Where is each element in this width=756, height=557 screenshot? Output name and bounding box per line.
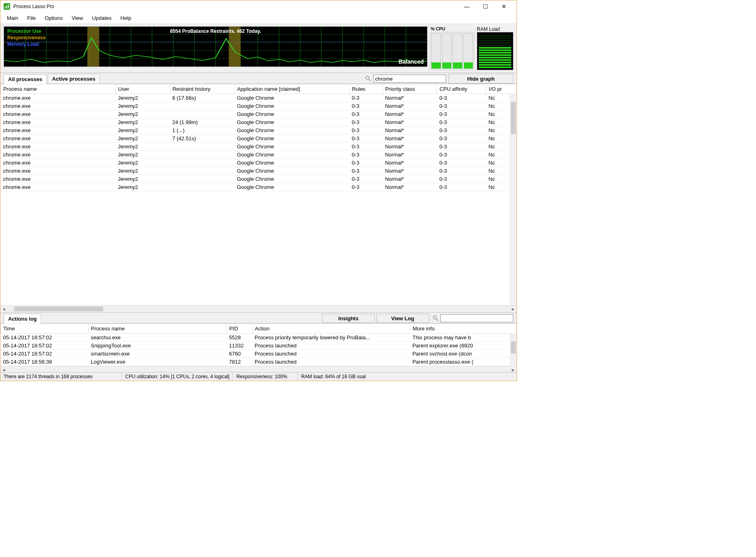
vertical-scrollbar[interactable] bbox=[510, 94, 517, 305]
graph-power-mode: Balanced bbox=[399, 58, 424, 65]
log-tabs-row: Actions log Insights View Log bbox=[0, 313, 517, 323]
menu-main[interactable]: Main bbox=[4, 14, 21, 22]
graph-strip: Processor Use Responsiveness Memory Load… bbox=[0, 24, 517, 73]
log-search-input[interactable] bbox=[440, 314, 513, 322]
table-row[interactable]: chrome.exeJeremy2Google Chrome0-3Normal*… bbox=[1, 183, 517, 191]
statusbar: There are 2174 threads in 168 processes … bbox=[0, 372, 517, 381]
performance-graph: Processor Use Responsiveness Memory Load… bbox=[4, 26, 427, 67]
menu-view[interactable]: View bbox=[68, 14, 86, 22]
menubar: MainFileOptionsViewUpdatesHelp bbox=[0, 13, 517, 24]
app-icon bbox=[4, 3, 10, 10]
close-button[interactable]: ✕ bbox=[495, 0, 513, 13]
ram-meter-label: RAM Load bbox=[477, 26, 513, 32]
search-icon bbox=[432, 315, 439, 321]
titlebar: Process Lasso Pro — ☐ ✕ bbox=[0, 0, 517, 13]
column-header[interactable]: Priority class bbox=[382, 84, 437, 94]
table-row[interactable]: chrome.exeJeremy2Google Chrome0-3Normal*… bbox=[1, 159, 517, 167]
cpu-meter-label: % CPU bbox=[430, 26, 474, 32]
process-tabs-row: All processes Active processes Hide grap… bbox=[0, 73, 517, 84]
column-header[interactable]: Restraint history bbox=[170, 84, 235, 94]
view-log-button[interactable]: View Log bbox=[376, 314, 429, 323]
cpu-core-bar bbox=[431, 33, 441, 69]
tab-active-processes[interactable]: Active processes bbox=[48, 74, 100, 84]
search-icon bbox=[365, 75, 372, 82]
svg-rect-26 bbox=[88, 27, 99, 66]
table-row[interactable]: chrome.exeJeremy27 (42.51s)Google Chrome… bbox=[1, 135, 517, 143]
status-cpu: CPU utilization: 14% [1 CPUs, 2 cores, 4… bbox=[122, 373, 233, 381]
column-header[interactable]: Rules bbox=[349, 84, 382, 94]
svg-rect-1 bbox=[6, 5, 7, 9]
insights-button[interactable]: Insights bbox=[322, 314, 375, 323]
column-header[interactable]: CPU affinity bbox=[437, 84, 486, 94]
column-header[interactable]: Time bbox=[1, 324, 89, 334]
status-threads: There are 2174 threads in 168 processes bbox=[0, 373, 122, 381]
column-header[interactable]: Application name [claimed] bbox=[235, 84, 349, 94]
graph-label-cpu: Processor Use bbox=[7, 28, 41, 34]
process-table-wrap: Process nameUserRestraint historyApplica… bbox=[0, 84, 517, 313]
maximize-button[interactable]: ☐ bbox=[476, 0, 495, 13]
horizontal-scrollbar[interactable]: ◄► bbox=[0, 366, 517, 372]
table-row[interactable]: chrome.exeJeremy21 (...)Google Chrome0-3… bbox=[1, 126, 517, 135]
column-header[interactable]: User bbox=[115, 84, 170, 94]
table-row[interactable]: 05-14-2017 18:56:39LogViewer.exe7812Proc… bbox=[1, 358, 517, 366]
status-responsiveness: Responsiveness: 100% bbox=[233, 373, 298, 381]
process-search-input[interactable] bbox=[373, 75, 446, 83]
menu-file[interactable]: File bbox=[24, 14, 39, 22]
cpu-meter-block: % CPU bbox=[430, 26, 474, 70]
column-header[interactable]: Process name bbox=[88, 324, 226, 334]
hide-graph-button[interactable]: Hide graph bbox=[448, 74, 513, 84]
table-row[interactable]: chrome.exeJeremy2Google Chrome0-3Normal*… bbox=[1, 151, 517, 159]
table-row[interactable]: 05-14-2017 18:57:02searchui.exe5528Proce… bbox=[1, 334, 517, 342]
tab-all-processes[interactable]: All processes bbox=[4, 74, 47, 84]
svg-line-29 bbox=[369, 79, 371, 81]
graph-label-memory: Memory Load bbox=[7, 41, 39, 47]
menu-updates[interactable]: Updates bbox=[89, 14, 115, 22]
svg-rect-2 bbox=[8, 4, 9, 9]
svg-line-31 bbox=[436, 319, 438, 321]
status-ram: RAM load: 64% of 16 GB usal bbox=[298, 373, 517, 381]
menu-options[interactable]: Options bbox=[41, 14, 66, 22]
minimize-button[interactable]: — bbox=[457, 0, 476, 13]
column-header[interactable]: Process name bbox=[1, 84, 115, 94]
menu-help[interactable]: Help bbox=[117, 14, 135, 22]
window-title: Process Lasso Pro bbox=[13, 4, 457, 9]
table-row[interactable]: chrome.exeJeremy2Google Chrome0-3Normal*… bbox=[1, 175, 517, 183]
log-table-wrap: TimeProcess namePIDActionMore info 05-14… bbox=[0, 323, 517, 372]
table-row[interactable]: 05-14-2017 18:57:02SnippingTool.exe11332… bbox=[1, 342, 517, 350]
log-table[interactable]: TimeProcess namePIDActionMore info 05-14… bbox=[0, 323, 517, 366]
table-row[interactable]: chrome.exeJeremy2Google Chrome0-3Normal*… bbox=[1, 102, 517, 110]
svg-point-30 bbox=[433, 316, 436, 319]
ram-meter-block: RAM Load bbox=[477, 26, 513, 70]
graph-label-responsiveness: Responsiveness bbox=[7, 35, 46, 41]
cpu-core-bar bbox=[442, 33, 452, 69]
column-header[interactable]: I/O pr bbox=[486, 84, 517, 94]
column-header[interactable]: Action bbox=[252, 324, 410, 334]
horizontal-scrollbar[interactable]: ◄► bbox=[0, 305, 517, 312]
cpu-core-bar bbox=[453, 33, 463, 69]
graph-restraints-text: 8554 ProBalance Restraints. 462 Today. bbox=[170, 28, 261, 34]
table-row[interactable]: chrome.exeJeremy2Google Chrome0-3Normal*… bbox=[1, 143, 517, 151]
table-row[interactable]: chrome.exeJeremy2Google Chrome0-3Normal*… bbox=[1, 110, 517, 118]
table-row[interactable]: chrome.exeJeremy26 (17.66s)Google Chrome… bbox=[1, 94, 517, 102]
column-header[interactable]: PID bbox=[226, 324, 252, 334]
table-row[interactable]: chrome.exeJeremy2Google Chrome0-3Normal*… bbox=[1, 167, 517, 175]
tab-actions-log[interactable]: Actions log bbox=[4, 314, 41, 323]
cpu-core-bar bbox=[463, 33, 474, 69]
table-row[interactable]: chrome.exeJeremy224 (1.99m)Google Chrome… bbox=[1, 118, 517, 126]
svg-rect-0 bbox=[5, 6, 6, 9]
column-header[interactable]: More info bbox=[410, 324, 517, 334]
svg-point-28 bbox=[366, 76, 369, 79]
vertical-scrollbar[interactable] bbox=[510, 333, 517, 365]
table-row[interactable]: 05-14-2017 18:57:02smartscreen.exe6760Pr… bbox=[1, 350, 517, 358]
process-table[interactable]: Process nameUserRestraint historyApplica… bbox=[0, 84, 517, 191]
